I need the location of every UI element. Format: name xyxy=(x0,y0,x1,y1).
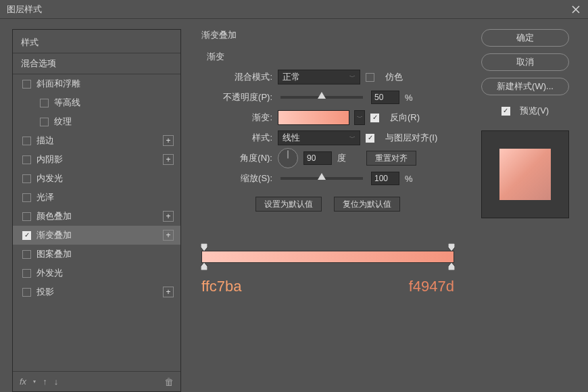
blend-options[interactable]: 混合选项 xyxy=(13,53,180,74)
style-select[interactable]: 线性 ﹀ xyxy=(278,130,360,145)
sidebar-item-label: 外发光 xyxy=(36,267,63,279)
default-buttons-row: 设置为默认值 复位为默认值 xyxy=(215,197,441,212)
gradient-dropdown[interactable]: ﹀ xyxy=(354,110,365,125)
sidebar-item-5[interactable]: 内发光 xyxy=(13,169,180,188)
down-caret-icon[interactable]: ▾ xyxy=(33,378,36,385)
gradient-swatch[interactable] xyxy=(278,110,349,125)
align-label: 与图层对齐(I) xyxy=(385,132,437,144)
sidebar-item-0[interactable]: 斜面和浮雕 xyxy=(13,74,180,93)
sidebar-item-label: 图案叠加 xyxy=(36,248,72,260)
blend-mode-value: 正常 xyxy=(283,71,300,83)
sidebar-item-7[interactable]: 颜色叠加+ xyxy=(13,207,180,226)
cancel-button[interactable]: 取消 xyxy=(481,53,569,71)
gradient-row: 渐变: ﹀ 反向(R) xyxy=(215,107,441,128)
annotation-left: ffc7ba xyxy=(201,278,242,295)
reset-default-button[interactable]: 复位为默认值 xyxy=(334,197,400,212)
right-panel: 确定 取消 新建样式(W)... 预览(V) xyxy=(474,19,588,392)
style-row: 样式: 线性 ﹀ 与图层对齐(I) xyxy=(215,128,441,148)
sidebar-item-10[interactable]: 外发光 xyxy=(13,264,180,283)
sidebar-header: 样式 xyxy=(13,30,180,53)
scale-unit: % xyxy=(405,174,413,184)
sidebar-items: 斜面和浮雕等高线纹理描边+内阴影+内发光光泽颜色叠加+渐变叠加+图案叠加外发光投… xyxy=(13,74,180,371)
sidebar-item-2[interactable]: 纹理 xyxy=(13,112,180,131)
add-effect-icon[interactable]: + xyxy=(163,154,174,165)
style-checkbox[interactable] xyxy=(22,231,31,240)
sidebar-item-6[interactable]: 光泽 xyxy=(13,188,180,207)
sidebar-item-3[interactable]: 描边+ xyxy=(13,131,180,150)
add-effect-icon[interactable]: + xyxy=(163,211,174,222)
sidebar-item-4[interactable]: 内阴影+ xyxy=(13,150,180,169)
sidebar-item-8[interactable]: 渐变叠加+ xyxy=(13,226,180,245)
opacity-slider[interactable] xyxy=(280,96,363,99)
styles-sidebar: 样式 混合选项 斜面和浮雕等高线纹理描边+内阴影+内发光光泽颜色叠加+渐变叠加+… xyxy=(12,29,181,392)
style-checkbox[interactable] xyxy=(22,155,31,164)
sidebar-item-11[interactable]: 投影+ xyxy=(13,283,180,301)
style-checkbox[interactable] xyxy=(22,250,31,259)
sidebar-item-label: 纹理 xyxy=(54,116,72,128)
opacity-unit: % xyxy=(405,93,413,103)
style-checkbox[interactable] xyxy=(22,193,31,202)
color-stop-left[interactable] xyxy=(201,262,207,270)
angle-unit: 度 xyxy=(337,152,346,164)
blend-mode-select[interactable]: 正常 ﹀ xyxy=(278,70,360,84)
add-effect-icon[interactable]: + xyxy=(163,287,174,297)
preview-label: 预览(V) xyxy=(520,105,549,117)
scale-row: 缩放(S): % xyxy=(215,168,441,189)
style-checkbox[interactable] xyxy=(22,288,31,297)
style-value: 线性 xyxy=(283,132,300,144)
group-subtitle: 渐变 xyxy=(207,51,441,63)
align-checkbox[interactable] xyxy=(366,134,374,143)
reverse-label: 反向(R) xyxy=(390,112,420,124)
style-checkbox[interactable] xyxy=(40,118,49,126)
dither-checkbox[interactable] xyxy=(366,73,374,82)
ok-button[interactable]: 确定 xyxy=(481,29,569,47)
preview-checkbox[interactable] xyxy=(501,107,510,116)
angle-input[interactable] xyxy=(303,151,332,165)
svg-marker-3 xyxy=(448,262,455,270)
sidebar-item-label: 投影 xyxy=(36,286,54,298)
preview-row: 预览(V) xyxy=(501,105,549,117)
trash-icon[interactable]: 🗑 xyxy=(164,376,174,387)
style-checkbox[interactable] xyxy=(22,80,31,89)
style-checkbox[interactable] xyxy=(22,212,31,221)
set-default-button[interactable]: 设置为默认值 xyxy=(255,197,322,212)
style-checkbox[interactable] xyxy=(22,174,31,183)
style-checkbox[interactable] xyxy=(22,137,31,145)
style-checkbox[interactable] xyxy=(40,99,49,107)
sidebar-item-label: 光泽 xyxy=(36,191,54,203)
add-effect-icon[interactable]: + xyxy=(163,135,174,146)
sidebar-item-label: 描边 xyxy=(36,134,54,147)
sidebar-item-9[interactable]: 图案叠加 xyxy=(13,245,180,264)
close-icon[interactable] xyxy=(570,4,581,15)
svg-marker-1 xyxy=(448,243,455,251)
blend-mode-label: 混合模式: xyxy=(215,71,272,83)
new-style-button[interactable]: 新建样式(W)... xyxy=(481,78,569,95)
color-stop-right[interactable] xyxy=(448,262,455,270)
scale-input[interactable] xyxy=(371,172,399,185)
group-title: 渐变叠加 xyxy=(201,29,461,41)
opacity-stop-right[interactable] xyxy=(448,243,455,251)
gradient-group: 渐变 混合模式: 正常 ﹀ 仿色 不透明度(P): % 渐变: ﹀ xyxy=(195,43,461,224)
opacity-stop-left[interactable] xyxy=(201,243,207,251)
preview-gradient xyxy=(499,149,551,200)
add-effect-icon[interactable]: + xyxy=(163,230,174,241)
reverse-checkbox[interactable] xyxy=(370,114,379,122)
arrow-up-icon[interactable]: ↑ xyxy=(43,376,47,387)
sidebar-item-label: 内阴影 xyxy=(36,153,63,166)
fx-icon[interactable]: fx xyxy=(20,376,26,387)
angle-dial[interactable] xyxy=(278,148,298,168)
opacity-row: 不透明度(P): % xyxy=(215,87,441,107)
scale-slider[interactable] xyxy=(280,177,363,180)
window-title: 图层样式 xyxy=(7,3,570,16)
arrow-down-icon[interactable]: ↓ xyxy=(54,376,59,387)
style-checkbox[interactable] xyxy=(22,269,31,278)
reset-align-button[interactable]: 重置对齐 xyxy=(366,151,416,166)
gradient-label: 渐变: xyxy=(215,112,272,124)
opacity-input[interactable] xyxy=(371,91,399,104)
sidebar-item-1[interactable]: 等高线 xyxy=(13,93,180,112)
chevron-down-icon: ﹀ xyxy=(349,134,356,143)
gradient-bar[interactable] xyxy=(201,251,454,263)
main-area: 样式 混合选项 斜面和浮雕等高线纹理描边+内阴影+内发光光泽颜色叠加+渐变叠加+… xyxy=(0,19,588,392)
gradient-editor[interactable]: ffc7ba f4947d xyxy=(201,251,454,263)
svg-marker-2 xyxy=(201,262,207,270)
